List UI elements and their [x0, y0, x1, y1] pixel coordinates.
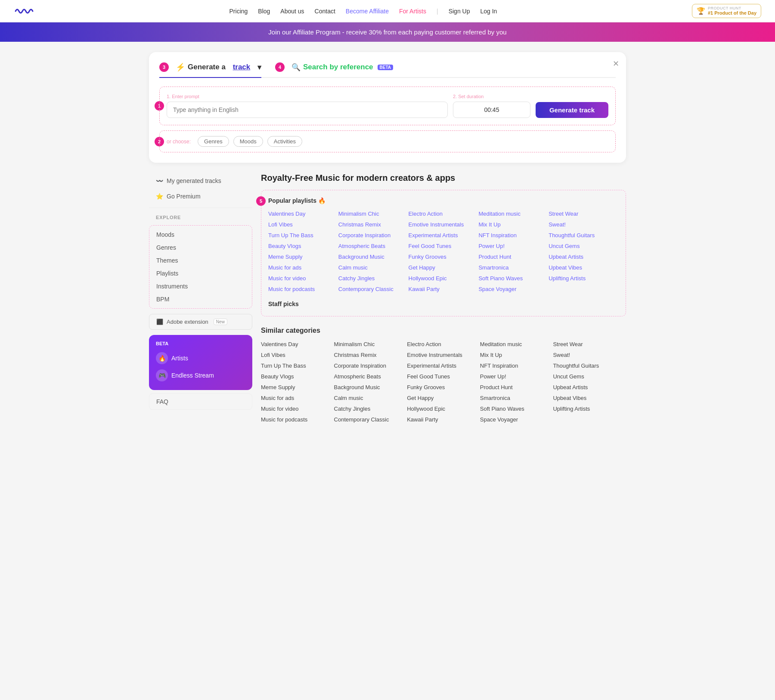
playlist-link[interactable]: Lofi Vibes: [268, 220, 338, 229]
logo[interactable]: [14, 6, 34, 16]
playlist-link[interactable]: Valentines Day: [268, 209, 338, 218]
playlist-link[interactable]: Experimental Artists: [409, 231, 479, 240]
playlist-link[interactable]: Sweat!: [549, 220, 619, 229]
beta-artists-item[interactable]: 🔥 Artists: [156, 350, 245, 367]
playlist-link[interactable]: Space Voyager: [478, 285, 549, 294]
playlist-link[interactable]: Music for video: [268, 274, 338, 283]
playlist-link[interactable]: Music for ads: [268, 263, 338, 272]
playlist-link[interactable]: Uncut Gems: [549, 242, 619, 251]
explore-genres[interactable]: Genres: [149, 241, 252, 254]
gamepad-icon: 🎮: [156, 369, 168, 381]
similar-item: Music for ads: [261, 393, 334, 403]
signup-button[interactable]: Sign Up: [449, 8, 470, 15]
playlist-link[interactable]: Christmas Remix: [338, 220, 409, 229]
playlists-section: 5 Popular playlists 🔥 Valentines DayMini…: [261, 190, 626, 316]
trophy-icon: 🏆: [697, 7, 705, 15]
similar-item: Get Happy: [407, 393, 480, 403]
playlist-link[interactable]: Funky Grooves: [409, 252, 479, 261]
beta-label: BETA: [156, 341, 245, 346]
genres-tag[interactable]: Genres: [198, 136, 229, 147]
playlist-link[interactable]: Soft Piano Waves: [478, 274, 549, 283]
nav-divider: |: [437, 8, 438, 15]
playlist-link[interactable]: Beauty Vlogs: [268, 242, 338, 251]
similar-item: Experimental Artists: [407, 361, 480, 370]
product-hunt-badge[interactable]: 🏆 PRODUCT HUNT #1 Product of the Day: [692, 4, 761, 19]
main-panel: Royalty-Free Music for modern creators &…: [261, 173, 626, 424]
playlist-link[interactable]: Hollywood Epic: [409, 274, 479, 283]
playlist-link[interactable]: Electro Action: [409, 209, 479, 218]
close-button[interactable]: ✕: [613, 59, 619, 68]
explore-playlists[interactable]: Playlists: [149, 267, 252, 280]
playlist-link[interactable]: Catchy Jingles: [338, 274, 409, 283]
playlist-link[interactable]: Feel Good Tunes: [409, 242, 479, 251]
tab-generate[interactable]: 3 ⚡ Generate a track ▾: [159, 62, 261, 77]
activities-tag[interactable]: Activities: [267, 136, 302, 147]
generate-form: 1. Enter prompt 2. Set duration Generate…: [159, 87, 616, 125]
similar-item: Turn Up The Bass: [261, 361, 334, 370]
playlist-link[interactable]: Upbeat Vibes: [549, 263, 619, 272]
affiliate-banner[interactable]: Join our Affiliate Program - receive 30%…: [0, 22, 775, 42]
playlist-link[interactable]: Thoughtful Guitars: [549, 231, 619, 240]
faq-item[interactable]: FAQ: [149, 393, 252, 410]
nav-about[interactable]: About us: [280, 8, 304, 15]
explore-bpm[interactable]: BPM: [149, 293, 252, 306]
similar-item: [553, 415, 626, 424]
playlist-link[interactable]: Product Hunt: [478, 252, 549, 261]
choose-row: or choose: Genres Moods Activities: [159, 130, 616, 152]
form-row: 1. Enter prompt 2. Set duration Generate…: [167, 94, 608, 118]
playlist-link[interactable]: Smartronica: [478, 263, 549, 272]
playlist-link[interactable]: NFT Inspiration: [478, 231, 549, 240]
playlist-link[interactable]: Street Wear: [549, 209, 619, 218]
prompt-input[interactable]: [167, 102, 448, 118]
playlist-link[interactable]: Turn Up The Bass: [268, 231, 338, 240]
nav-pricing[interactable]: Pricing: [229, 8, 248, 15]
similar-item: Feel Good Tunes: [407, 372, 480, 381]
playlist-link[interactable]: Mix It Up: [478, 220, 549, 229]
nav-affiliate[interactable]: Become Affiliate: [346, 8, 389, 15]
adobe-icon: ⬛: [156, 319, 163, 325]
explore-instruments[interactable]: Instruments: [149, 280, 252, 293]
sidebar-go-premium[interactable]: ⭐ Go Premium: [149, 189, 252, 204]
sidebar-generated-tracks[interactable]: 〰️ My generated tracks: [149, 173, 252, 189]
similar-item: Contemporary Classic: [334, 415, 407, 424]
playlist-link[interactable]: Uplifting Artists: [549, 274, 619, 283]
nav-blog[interactable]: Blog: [258, 8, 270, 15]
playlist-link[interactable]: Contemporary Classic: [338, 285, 409, 294]
popular-header-text: Popular playlists 🔥: [268, 197, 326, 204]
tab-row: 3 ⚡ Generate a track ▾ 4 🔍 Search by ref…: [159, 62, 616, 78]
playlist-link[interactable]: Minimalism Chic: [338, 209, 409, 218]
beta-endless-item[interactable]: 🎮 Endless Stream: [156, 367, 245, 384]
fire-icon: 🔥: [156, 352, 168, 364]
playlist-link[interactable]: Kawaii Party: [409, 285, 479, 294]
nav-contact[interactable]: Contact: [315, 8, 335, 15]
playlist-link[interactable]: Meme Supply: [268, 252, 338, 261]
similar-item: Upbeat Artists: [553, 383, 626, 392]
playlist-link[interactable]: Music for podcasts: [268, 285, 338, 294]
playlist-link[interactable]: Calm music: [338, 263, 409, 272]
playlist-link[interactable]: Power Up!: [478, 242, 549, 251]
playlist-link[interactable]: Get Happy: [409, 263, 479, 272]
generate-button[interactable]: Generate track: [536, 102, 608, 118]
explore-section: Moods Genres Themes Playlists Instrument…: [149, 225, 252, 309]
duration-input[interactable]: [453, 102, 530, 118]
duration-section: 2. Set duration: [453, 94, 530, 118]
explore-themes[interactable]: Themes: [149, 254, 252, 267]
similar-item: Soft Piano Waves: [480, 404, 553, 413]
tab1-underline: track: [233, 63, 251, 71]
similar-item: Sweat!: [553, 350, 626, 359]
generate-form-wrapper: 1 1. Enter prompt 2. Set duration Genera…: [159, 87, 616, 125]
explore-moods[interactable]: Moods: [149, 228, 252, 241]
nav-artists[interactable]: For Artists: [399, 8, 426, 15]
adobe-extension[interactable]: ⬛ Adobe extension New: [149, 314, 252, 330]
tab-search-reference[interactable]: 4 🔍 Search by reference BETA: [275, 62, 393, 77]
playlist-link[interactable]: Meditation music: [478, 209, 549, 218]
playlist-link[interactable]: Emotive Instrumentals: [409, 220, 479, 229]
playlist-link[interactable]: [549, 285, 619, 294]
moods-tag[interactable]: Moods: [233, 136, 263, 147]
login-button[interactable]: Log In: [480, 8, 497, 15]
playlist-link[interactable]: Upbeat Artists: [549, 252, 619, 261]
playlist-link[interactable]: Atmospheric Beats: [338, 242, 409, 251]
playlist-link[interactable]: Corporate Inspiration: [338, 231, 409, 240]
playlist-link[interactable]: Background Music: [338, 252, 409, 261]
similar-item: Thoughtful Guitars: [553, 361, 626, 370]
